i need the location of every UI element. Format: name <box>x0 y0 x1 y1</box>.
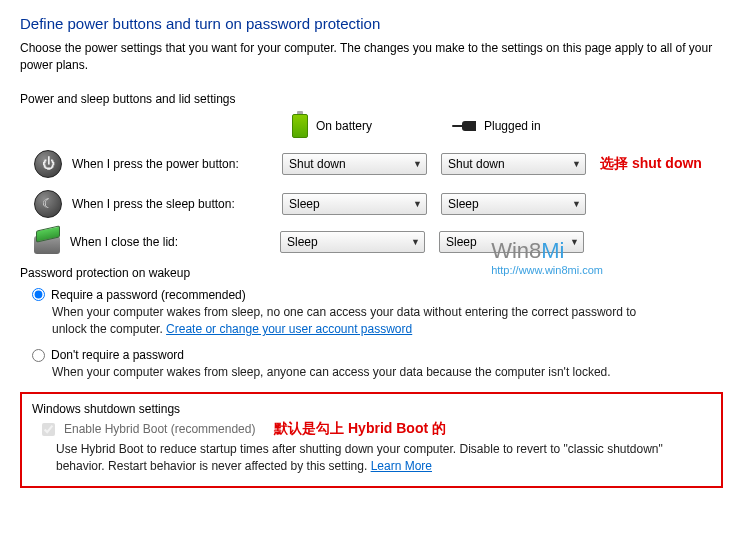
sleep-button-battery-select[interactable]: Sleep▼ <box>282 193 427 215</box>
sleep-button-plugged-select[interactable]: Sleep▼ <box>441 193 586 215</box>
battery-icon <box>292 114 308 138</box>
chevron-down-icon: ▼ <box>572 159 581 169</box>
sleep-button-icon <box>34 190 62 218</box>
close-lid-battery-select[interactable]: Sleep▼ <box>280 231 425 253</box>
col-plugged-label: Plugged in <box>484 119 541 133</box>
shutdown-header: Windows shutdown settings <box>32 402 711 416</box>
password-header: Password protection on wakeup <box>20 266 723 280</box>
chevron-down-icon: ▼ <box>413 199 422 209</box>
row-power-button: When I press the power button: Shut down… <box>20 150 723 178</box>
close-lid-label: When I close the lid: <box>70 235 280 249</box>
require-password-desc: When your computer wakes from sleep, no … <box>52 304 662 339</box>
col-battery-label: On battery <box>316 119 372 133</box>
row-sleep-button: When I press the sleep button: Sleep▼ Sl… <box>20 190 723 218</box>
hybrid-boot-desc: Use Hybrid Boot to reduce startup times … <box>56 441 686 476</box>
page-description: Choose the power settings that you want … <box>20 40 723 74</box>
dont-require-password-desc: When your computer wakes from sleep, any… <box>52 364 662 381</box>
chevron-down-icon: ▼ <box>572 199 581 209</box>
sleep-button-label: When I press the sleep button: <box>72 197 282 211</box>
page-title: Define power buttons and turn on passwor… <box>20 15 723 32</box>
dont-require-password-label: Don't require a password <box>51 348 184 362</box>
buttons-lid-header: Power and sleep buttons and lid settings <box>20 92 723 106</box>
hybrid-boot-label: Enable Hybrid Boot (recommended) <box>64 422 255 436</box>
require-password-radio[interactable] <box>32 288 45 301</box>
power-button-battery-select[interactable]: Shut down▼ <box>282 153 427 175</box>
annotation-hybrid-boot: 默认是勾上 Hybrid Boot 的 <box>274 420 446 438</box>
power-button-icon <box>34 150 62 178</box>
annotation-shutdown: 选择 shut down <box>600 155 702 173</box>
plug-icon <box>452 119 476 133</box>
power-button-label: When I press the power button: <box>72 157 282 171</box>
learn-more-link[interactable]: Learn More <box>371 459 432 473</box>
row-close-lid: When I close the lid: Sleep▼ Sleep▼ <box>20 230 723 254</box>
close-lid-plugged-select[interactable]: Sleep▼ <box>439 231 584 253</box>
chevron-down-icon: ▼ <box>413 159 422 169</box>
power-button-plugged-select[interactable]: Shut down▼ <box>441 153 586 175</box>
chevron-down-icon: ▼ <box>570 237 579 247</box>
hybrid-boot-checkbox <box>42 423 55 436</box>
dont-require-password-radio[interactable] <box>32 349 45 362</box>
lid-icon <box>34 236 60 254</box>
shutdown-settings-box: Windows shutdown settings Enable Hybrid … <box>20 392 723 488</box>
change-password-link[interactable]: Create or change your user account passw… <box>166 322 412 336</box>
require-password-label: Require a password (recommended) <box>51 288 246 302</box>
chevron-down-icon: ▼ <box>411 237 420 247</box>
